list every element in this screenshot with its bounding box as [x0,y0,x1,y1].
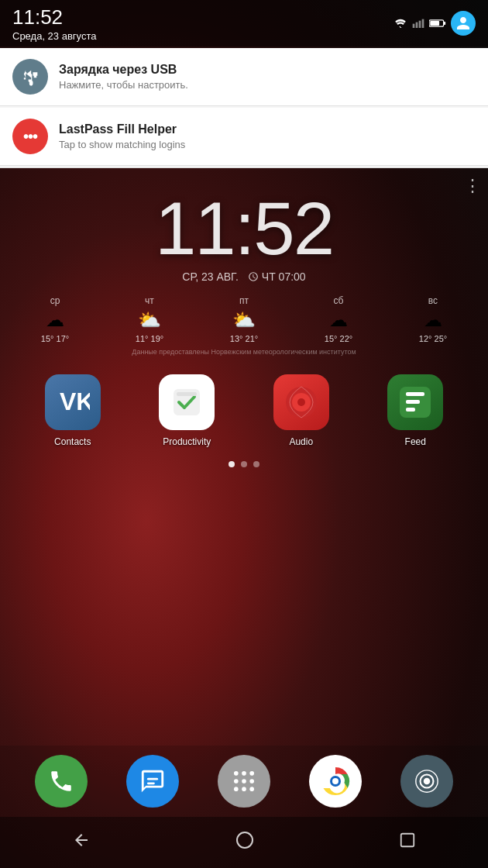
day-icon-0: ☁ [46,309,64,331]
nav-back-button[interactable] [57,823,106,862]
dock-messages[interactable] [126,755,179,808]
app-productivity[interactable]: Productivity [159,374,215,447]
dock [0,746,488,817]
status-left: 11:52 Среда, 23 августа [12,6,96,42]
svg-point-19 [234,771,239,776]
weather-attribution: Данные предоставлены Норвежским метеорол… [8,348,480,356]
homescreen: ⋮ 11:52 СР, 23 АВГ. ЧТ 07:00 ср ☁ 15° 17… [0,168,488,467]
contacts-icon: VK [45,374,101,430]
nav-home-button[interactable] [220,823,270,862]
svg-rect-16 [406,408,415,412]
notif-icon-usb [12,59,48,95]
status-date: Среда, 23 августа [12,30,96,42]
nav-recents-button[interactable] [383,824,431,861]
feed-icon [387,374,443,430]
notif-lastpass-subtitle: Tap to show matching logins [59,139,476,150]
user-avatar[interactable] [451,11,476,36]
status-bar: 11:52 Среда, 23 августа [0,0,488,46]
svg-rect-2 [419,21,421,28]
svg-point-12 [297,398,305,406]
weather-day-4: вс ☁ 12° 25° [419,295,447,343]
productivity-icon [159,374,215,430]
wifi-icon [393,18,407,29]
day-name-1: чт [145,295,154,306]
alarm-time: ЧТ 07:00 [262,270,306,283]
svg-point-35 [237,832,253,848]
app-audio[interactable]: Audio [273,374,329,447]
productivity-label: Productivity [163,436,211,447]
svg-rect-36 [400,834,414,847]
weather-widget: ср ☁ 15° 17° чт ⛅ 11° 19° пт ⛅ 13° 21° с… [0,283,488,359]
usb-icon [19,66,41,88]
svg-point-22 [234,779,239,784]
svg-point-26 [242,787,246,791]
svg-rect-14 [406,392,424,396]
clock-widget: 11:52 СР, 23 АВГ. ЧТ 07:00 [0,168,488,283]
svg-rect-1 [416,22,418,28]
weather-day-3: сб ☁ 15° 22° [325,295,352,343]
dock-app-drawer[interactable] [218,755,270,808]
weather-day-0: ср ☁ 15° 17° [41,295,69,343]
day-temp-3: 15° 22° [325,334,352,343]
alarm-info: ЧТ 07:00 [248,270,306,283]
svg-rect-0 [413,24,415,28]
weather-day-2: пт ⛅ 13° 21° [230,295,258,343]
status-icons [393,6,476,36]
day-icon-3: ☁ [329,309,348,331]
nav-bar [0,817,488,868]
battery-icon [429,18,446,29]
page-dots [0,461,488,467]
day-temp-1: 11° 19° [136,334,163,343]
notif-lastpass-content: LastPass Fill Helper Tap to show matchin… [59,122,476,150]
day-name-2: пт [239,295,249,306]
audio-icon [273,374,329,430]
day-icon-1: ⛅ [138,309,161,331]
svg-point-25 [234,787,239,791]
svg-rect-18 [147,782,155,784]
day-temp-2: 13° 21° [230,334,258,343]
svg-rect-9 [177,392,197,396]
svg-rect-5 [444,22,446,25]
day-temp-4: 12° 25° [419,334,447,343]
app-contacts[interactable]: VK Contacts [45,374,101,447]
day-icon-4: ☁ [424,309,442,331]
svg-point-21 [249,771,254,776]
notifications-panel: Зарядка через USB Нажмите, чтобы настрои… [0,48,488,168]
notification-lastpass[interactable]: ••• LastPass Fill Helper Tap to show mat… [0,108,488,166]
notification-usb[interactable]: Зарядка через USB Нажмите, чтобы настрои… [0,48,488,106]
svg-point-23 [242,779,246,784]
dot-1 [241,461,247,467]
notif-icon-lastpass: ••• [12,119,48,154]
app-feed[interactable]: Feed [387,374,443,447]
day-name-0: ср [50,295,60,306]
weather-day-1: чт ⛅ 11° 19° [136,295,163,343]
lastpass-dots: ••• [23,128,37,146]
dot-0 [229,461,235,467]
svg-point-20 [242,771,246,776]
notif-lastpass-title: LastPass Fill Helper [59,122,476,136]
clock-display: 11:52 [0,191,488,266]
notif-usb-subtitle: Нажмите, чтобы настроить. [59,79,476,91]
notif-usb-title: Зарядка через USB [59,63,476,77]
notif-usb-content: Зарядка через USB Нажмите, чтобы настрои… [59,63,476,91]
clock-date: СР, 23 АВГ. [182,270,238,283]
svg-text:VK: VK [60,388,90,415]
signal-icon [412,18,424,29]
svg-rect-15 [406,400,420,404]
feed-label: Feed [405,436,426,447]
dock-chrome[interactable] [309,755,362,808]
day-name-3: сб [334,295,344,306]
homescreen-menu-button[interactable]: ⋮ [464,176,480,196]
app-row: VK Contacts Productivity [0,359,488,447]
svg-rect-17 [147,778,158,780]
audio-label: Audio [289,436,313,447]
alarm-icon [248,271,259,282]
day-icon-2: ⛅ [232,309,256,331]
user-icon [455,16,471,31]
dot-2 [253,461,259,467]
svg-point-34 [424,778,431,785]
svg-rect-3 [422,19,424,28]
status-time: 11:52 [12,6,96,29]
dock-camera[interactable] [400,755,453,808]
dock-phone[interactable] [35,755,88,808]
